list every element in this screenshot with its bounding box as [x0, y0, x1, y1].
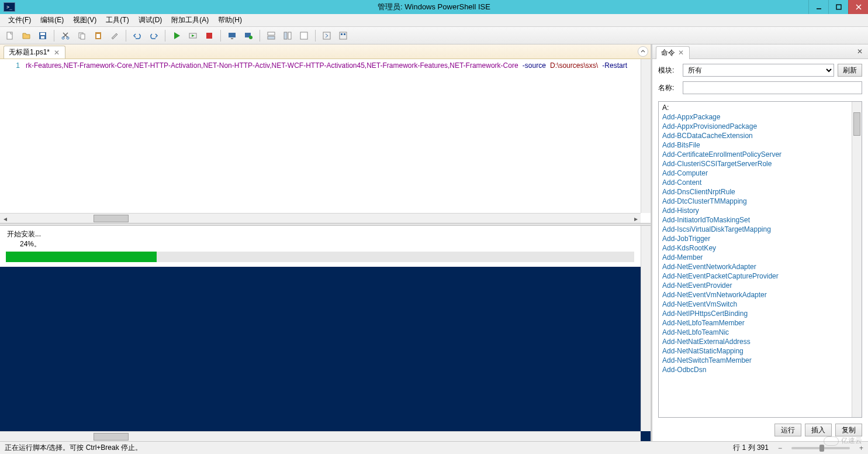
menu-edit[interactable]: 编辑(E) — [36, 14, 68, 26]
scroll-thumb[interactable] — [94, 215, 129, 222]
commands-list-scrollbar[interactable] — [852, 102, 862, 417]
command-list-item[interactable]: Add-JobTrigger — [662, 234, 848, 243]
editor-horizontal-scrollbar[interactable]: ◂ ▸ — [0, 213, 641, 223]
script-editor[interactable]: 1 rk-Features,NET-Framework-Core,NET-HTT… — [0, 59, 651, 223]
name-filter-input[interactable] — [683, 81, 862, 94]
layout-script-max-button[interactable] — [296, 29, 312, 43]
console-vertical-scrollbar[interactable] — [641, 267, 651, 431]
command-list-item[interactable]: Add-NetNatStaticMapping — [662, 346, 848, 356]
command-list-item[interactable]: Add-AppxPackage — [662, 112, 848, 122]
progress-bar — [6, 252, 634, 262]
command-list-item[interactable]: Add-DtcClusterTMMapping — [662, 197, 848, 206]
layout-script-right-button[interactable] — [280, 29, 295, 43]
command-list-item[interactable]: Add-NetEventVmNetworkAdapter — [662, 290, 848, 300]
console-pane[interactable] — [0, 267, 651, 441]
undo-button[interactable] — [130, 29, 145, 43]
menu-help[interactable]: 帮助(H) — [213, 14, 247, 26]
command-list-item[interactable]: Add-History — [662, 206, 848, 215]
commands-list[interactable]: A:Add-AppxPackageAdd-AppxProvisionedPack… — [659, 102, 852, 417]
new-button[interactable] — [2, 29, 18, 43]
collapse-script-pane-button[interactable] — [638, 46, 648, 57]
clear-button[interactable] — [107, 29, 122, 43]
command-list-item[interactable]: Add-NetEventVmSwitch — [662, 300, 848, 309]
scroll-thumb[interactable] — [853, 112, 860, 136]
command-list-item[interactable]: Add-InitiatorIdToMaskingSet — [662, 215, 848, 225]
menubar: 文件(F) 编辑(E) 视图(V) 工具(T) 调试(D) 附加工具(A) 帮助… — [0, 14, 868, 27]
command-list-item[interactable]: Add-BitsFile — [662, 140, 848, 150]
close-button[interactable] — [848, 0, 868, 14]
command-list-item[interactable]: Add-KdsRootKey — [662, 243, 848, 253]
toolbar-separator — [220, 30, 221, 42]
show-command-button[interactable] — [336, 29, 351, 43]
zoom-slider-knob[interactable] — [819, 445, 824, 452]
scroll-left-icon[interactable]: ◂ — [0, 214, 10, 223]
paste-button[interactable] — [91, 29, 106, 43]
command-list-item[interactable]: Add-Member — [662, 253, 848, 262]
minimize-button[interactable] — [808, 0, 828, 14]
open-button[interactable] — [19, 29, 34, 43]
zoom-in-icon[interactable]: + — [859, 444, 863, 452]
command-list-item[interactable]: Add-NetLbfoTeamMember — [662, 318, 848, 328]
close-commands-pane-button[interactable]: ✕ — [855, 47, 864, 56]
insert-command-button[interactable]: 插入 — [805, 424, 832, 436]
save-button[interactable] — [35, 29, 50, 43]
copy-button[interactable] — [74, 29, 89, 43]
command-list-item[interactable]: Add-NetEventProvider — [662, 281, 848, 290]
command-list-item[interactable]: Add-NetNatExternalAddress — [662, 337, 848, 346]
zoom-out-icon[interactable]: − — [778, 444, 782, 452]
progress-scrollbar[interactable] — [641, 226, 651, 267]
commands-tab-close-icon[interactable]: ✕ — [677, 49, 684, 56]
maximize-button[interactable] — [828, 0, 848, 14]
remote-button[interactable] — [224, 29, 240, 43]
app-icon — [4, 2, 15, 12]
menu-debug[interactable]: 调试(D) — [134, 14, 167, 26]
svg-rect-4 — [7, 32, 12, 39]
editor-vertical-scrollbar[interactable] — [641, 59, 651, 213]
refresh-button[interactable]: 刷新 — [838, 64, 862, 77]
command-list-item[interactable]: Add-IscsiVirtualDiskTargetMapping — [662, 225, 848, 234]
console-horizontal-scrollbar[interactable] — [0, 431, 641, 441]
redo-button[interactable] — [146, 29, 161, 43]
run-selection-button[interactable] — [185, 29, 200, 43]
command-list-item[interactable]: Add-Content — [662, 178, 848, 187]
commands-pane: 命令 ✕ ✕ 模块: 所有 刷新 名称: A:Add-AppxPackageAd… — [652, 44, 868, 441]
menu-file[interactable]: 文件(F) — [4, 14, 36, 26]
run-button[interactable] — [169, 29, 184, 43]
command-list-item[interactable]: Add-NetIPHttpsCertBinding — [662, 309, 848, 318]
copy-command-button[interactable]: 复制 — [835, 424, 862, 436]
module-select[interactable]: 所有 — [683, 64, 834, 77]
commands-filters: 模块: 所有 刷新 名称: — [652, 59, 868, 101]
command-list-item[interactable]: Add-OdbcDsn — [662, 365, 848, 374]
command-list-item[interactable]: Add-ClusteriSCSITargetServerRole — [662, 159, 848, 168]
menu-addons[interactable]: 附加工具(A) — [167, 14, 213, 26]
command-list-item[interactable]: Add-NetEventPacketCaptureProvider — [662, 271, 848, 281]
show-command-addon-button[interactable] — [319, 29, 334, 43]
command-list-item[interactable]: Add-DnsClientNrptRule — [662, 187, 848, 197]
command-list-item[interactable]: Add-NetSwitchTeamMember — [662, 356, 848, 365]
command-list-item[interactable]: Add-AppxProvisionedPackage — [662, 122, 848, 131]
zoom-slider[interactable] — [791, 447, 850, 449]
remote-file-button[interactable] — [241, 29, 256, 43]
stop-button[interactable] — [202, 29, 217, 43]
svg-rect-6 — [40, 33, 45, 35]
run-command-button[interactable]: 运行 — [774, 424, 801, 436]
command-list-item[interactable]: Add-NetLbfoTeamNic — [662, 328, 848, 337]
command-list-item[interactable]: Add-NetEventNetworkAdapter — [662, 262, 848, 271]
toolbar-separator — [165, 30, 165, 42]
svg-rect-1 — [836, 5, 841, 9]
menu-view[interactable]: 视图(V) — [68, 14, 101, 26]
commands-tab[interactable]: 命令 ✕ — [656, 46, 690, 59]
scroll-thumb[interactable] — [94, 433, 129, 441]
layout-script-top-button[interactable] — [264, 29, 279, 43]
command-list-item[interactable]: Add-BCDataCacheExtension — [662, 131, 848, 140]
command-group-header: A: — [662, 103, 848, 112]
commands-actions: 运行 插入 复制 — [652, 421, 868, 441]
editor-tab[interactable]: 无标题1.ps1* ✕ — [4, 46, 65, 59]
command-list-item[interactable]: Add-CertificateEnrollmentPolicyServer — [662, 150, 848, 159]
cut-button[interactable] — [58, 29, 73, 43]
menu-tools[interactable]: 工具(T) — [101, 14, 133, 26]
scroll-right-icon[interactable]: ▸ — [631, 214, 641, 223]
svg-rect-27 — [341, 33, 343, 35]
command-list-item[interactable]: Add-Computer — [662, 168, 848, 178]
tab-close-icon[interactable]: ✕ — [53, 49, 60, 56]
